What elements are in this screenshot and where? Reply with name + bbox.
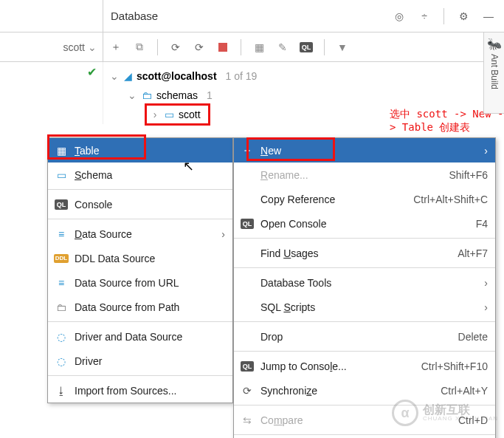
ant-icon: 🐜 [487,37,502,51]
menu-item-label: Import from Sources... [75,385,225,397]
menu-item-label: Rename... [260,169,443,181]
ql-icon: QL [240,361,255,372]
gear-icon[interactable]: ⚙ [455,8,472,24]
menu-item-sqlscripts[interactable]: SQL Scripts› [234,295,495,319]
menu-item-path[interactable]: 🗀Data Source from Path [48,295,232,319]
tree-scott-label: scott [179,109,201,120]
menu-item-label: DDL Data Source [75,253,225,264]
panel-title: Database [111,10,158,22]
side-tab-ant-build[interactable]: 🐜 Ant Build [483,32,504,114]
chevron-down-icon[interactable]: ⌄ [88,41,97,53]
chevron-down-icon: ⌄ [127,89,137,101]
context-menu: ＋New›Rename...Shift+F6Copy ReferenceCtrl… [233,137,496,438]
menu-separator [48,375,232,376]
menu-item-driver[interactable]: ◌Driver [48,349,232,373]
chevron-right-icon: › [484,145,488,157]
new-submenu: ▦Table▭SchemaQLConsole≡Data Source›DDLDD… [47,137,233,403]
separator [443,8,444,24]
menu-item-label: Jump to Console... [260,360,415,372]
menu-separator [234,351,495,352]
ddl-icon: DDL [54,254,69,263]
menu-shortcut: Ctrl+Alt+Shift+C [413,194,488,205]
table-icon: ▦ [54,145,69,157]
menu-shortcut: Delete [458,331,488,343]
refresh-icon[interactable]: ⟳ [168,39,184,55]
menu-shortcut: Ctrl+Alt+Y [441,385,488,397]
menu-item-findusages[interactable]: Find UsagesAlt+F7 [234,241,495,265]
menu-item-drop[interactable]: DropDelete [234,324,495,349]
menu-item-openconsole[interactable]: QLOpen ConsoleF4 [234,211,495,236]
chevron-right-icon: › [150,109,160,120]
menu-item-schema[interactable]: ▭Schema [48,162,232,187]
separator [157,39,158,55]
chevron-down-icon: ⌄ [109,70,120,82]
disks-icon: ≡ [54,228,69,240]
menu-item-label: Driver [75,355,225,367]
duplicate-icon[interactable]: ⧉ [131,39,148,55]
chevron-right-icon: › [484,277,488,289]
menu-item-label: Open Console [260,218,470,230]
menu-separator [48,189,232,190]
menu-separator [234,321,495,322]
menu-item-dbtools[interactable]: Database Tools› [234,270,495,295]
menu-separator [234,238,495,239]
menu-item-label: SQL Scripts [260,301,478,313]
menu-item-table[interactable]: ▦Table [48,138,232,162]
collapse-icon[interactable]: ÷ [416,8,432,24]
menu-item-label: Data Source from URL [75,277,225,289]
check-icon: ✔ [87,65,97,79]
menu-item-new[interactable]: ＋New› [234,138,495,162]
disks-icon: ≡ [54,277,69,289]
menu-item-jumpconsole[interactable]: QLJump to Console...Ctrl+Shift+F10 [234,354,495,378]
menu-item-label: Data Source [75,228,215,240]
folder-gray-icon: 🗀 [54,301,69,313]
target-icon[interactable]: ◎ [391,8,407,24]
minimize-icon[interactable]: — [480,8,497,24]
menu-separator [48,321,232,322]
menu-item-label: Schema [75,169,225,181]
menu-item-label: Console [75,199,225,211]
menu-item-ddl[interactable]: DDLDDL Data Source [48,246,232,270]
schema-icon: ▭ [165,109,174,120]
menu-item-rename[interactable]: Rename...Shift+F6 [234,162,495,187]
edit-icon[interactable]: ✎ [275,39,291,55]
separator [324,39,325,55]
schema-icon: ▭ [54,169,69,181]
ql-toolbar-icon[interactable]: QL [298,39,314,55]
menu-item-url[interactable]: ≡Data Source from URL [48,270,232,295]
sync-icon: ⟳ [240,385,255,397]
ql-icon: QL [240,219,255,229]
menu-item-import[interactable]: ⭳Import from Sources... [48,378,232,403]
menu-shortcut: F4 [476,218,488,230]
menu-shortcut: Shift+F6 [449,169,488,181]
chevron-right-icon: › [484,301,488,313]
table-view-icon[interactable]: ▦ [251,39,267,55]
menu-item-console[interactable]: QLConsole [48,192,232,216]
stop-icon[interactable] [215,39,231,55]
menu-item-label: Drop [260,331,452,343]
menu-item-label: Synchronize [260,385,435,397]
import-icon: ⭳ [54,385,69,397]
chevron-right-icon: › [221,228,225,240]
side-tab-label: Ant Build [489,54,500,89]
tree-scott-row[interactable]: › ▭ scott 选中 scott -> New -> Table 创建表 [109,105,504,124]
add-icon[interactable]: ＋ [108,39,124,55]
menu-separator [48,219,232,219]
tree-root-row[interactable]: ⌄ ◢ scott@localhost 1 of 19 [109,66,504,86]
menu-separator [234,267,495,268]
separator [241,39,241,55]
plus-icon: ＋ [240,144,255,157]
compare-icon: ⇆ [240,414,255,426]
filter-icon[interactable]: ▼ [334,39,351,55]
tree-schemas-row[interactable]: ⌄ 🗀 schemas 1 [109,86,504,105]
menu-separator [234,434,495,435]
menu-item-driver-ds[interactable]: ◌Driver and Data Source [48,324,232,349]
scope-label[interactable]: scott [63,41,85,53]
menu-item-label: Copy Reference [260,194,407,205]
menu-item-datasource[interactable]: ≡Data Source› [48,222,232,246]
wrench-refresh-icon[interactable]: ⟳ [191,39,207,55]
tree-schemas-label: schemas [156,89,198,101]
folder-icon: 🗀 [142,89,152,101]
menu-item-label: New [260,145,478,157]
menu-item-copyref[interactable]: Copy ReferenceCtrl+Alt+Shift+C [234,187,495,211]
